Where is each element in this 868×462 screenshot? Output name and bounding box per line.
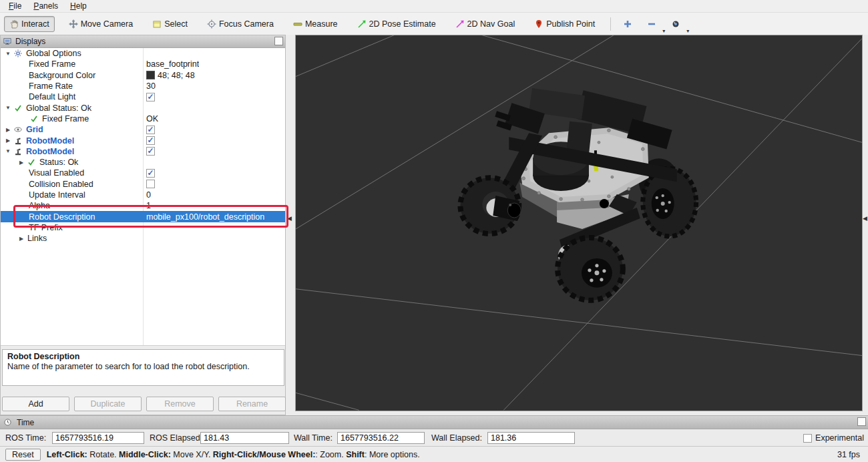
tree-label-cell: Robot Description bbox=[1, 212, 143, 222]
tree-row-value[interactable]: base_footprint bbox=[146, 59, 199, 69]
tree-row-grid[interactable]: ▶Grid bbox=[1, 124, 285, 135]
tree-row-robotmodel[interactable]: ▼RobotModel bbox=[1, 146, 285, 157]
tool-2d-nav-goal[interactable]: 2D Nav Goal bbox=[450, 16, 521, 32]
tool-interact[interactable]: Interact bbox=[4, 16, 55, 32]
help-segment: Left-Click: bbox=[47, 450, 87, 459]
ros-time-input[interactable] bbox=[52, 432, 144, 444]
tool-measure[interactable]: Measure bbox=[288, 16, 343, 32]
tree-row-fixed-frame[interactable]: Fixed FrameOK bbox=[1, 113, 285, 124]
tree-row-alpha[interactable]: Alpha1 bbox=[1, 200, 285, 211]
row-checkbox[interactable] bbox=[146, 136, 155, 145]
experimental-checkbox[interactable] bbox=[803, 434, 812, 443]
tree-row-frame-rate[interactable]: Frame Rate30 bbox=[1, 81, 285, 91]
splitter-collapse-icon[interactable]: ◀ bbox=[287, 215, 292, 222]
expander-right-icon[interactable]: ▶ bbox=[18, 236, 25, 242]
mouse-help-text: Left-Click: Rotate. Middle-Click: Move X… bbox=[47, 450, 420, 459]
tree-row-label: Grid bbox=[26, 125, 43, 134]
zoom-out-button[interactable]: ▾ bbox=[643, 16, 660, 32]
tree-row-value[interactable]: 30 bbox=[146, 81, 156, 91]
reset-button[interactable]: Reset bbox=[5, 449, 41, 461]
row-checkbox[interactable] bbox=[146, 126, 155, 134]
tree-row-label: Alpha bbox=[29, 201, 50, 210]
tool-publish-point[interactable]: Publish Point bbox=[529, 16, 600, 32]
check-icon bbox=[27, 158, 37, 167]
tree-row-global-options[interactable]: ▼Global Options bbox=[1, 48, 285, 59]
tree-row-label: Global Status: Ok bbox=[26, 103, 91, 113]
tree-row-label: Update Interval bbox=[29, 190, 85, 200]
tree-row-value[interactable]: 48; 48; 48 bbox=[158, 71, 195, 80]
ros-elapsed-input[interactable] bbox=[200, 432, 289, 444]
zoom-in-button[interactable] bbox=[619, 16, 636, 32]
tree-row-background-color[interactable]: Background Color48; 48; 48 bbox=[1, 70, 285, 81]
tree-row-update-interval[interactable]: Update Interval0 bbox=[1, 190, 285, 200]
wall-time-input[interactable] bbox=[337, 432, 425, 444]
tree-row-collision-enabled[interactable]: Collision Enabled bbox=[1, 179, 285, 190]
right-splitter-collapse-icon[interactable]: ◀ bbox=[863, 215, 867, 222]
add-button[interactable]: Add bbox=[2, 397, 69, 411]
tool-focus-camera[interactable]: Focus Camera bbox=[202, 16, 279, 32]
tree-label-cell: Collision Enabled bbox=[1, 180, 143, 189]
wall-elapsed-input[interactable] bbox=[487, 432, 575, 444]
tree-row-fixed-frame[interactable]: Fixed Framebase_footprint bbox=[1, 59, 285, 69]
expander-right-icon[interactable]: ▶ bbox=[5, 138, 11, 144]
tree-row-value[interactable]: 0 bbox=[146, 190, 151, 200]
camera-eye-button[interactable]: ▾ bbox=[667, 16, 684, 32]
tree-row-label: Global Options bbox=[26, 49, 81, 58]
green-arrow-icon bbox=[357, 19, 367, 29]
displays-float-button[interactable] bbox=[274, 37, 283, 45]
row-checkbox[interactable] bbox=[146, 169, 155, 178]
tree-value-cell: base_footprint bbox=[143, 59, 199, 69]
tree-label-cell: Update Interval bbox=[1, 190, 143, 200]
tree-row-value[interactable]: OK bbox=[146, 114, 158, 124]
ros-elapsed-field: ROS Elapsed: bbox=[150, 432, 289, 444]
dropdown-caret-icon[interactable]: ▾ bbox=[662, 28, 665, 34]
tree-value-cell bbox=[143, 93, 155, 101]
color-swatch[interactable] bbox=[146, 71, 155, 79]
tree-row-label: Fixed Frame bbox=[29, 59, 75, 69]
tree-value-cell: 1 bbox=[143, 201, 151, 210]
row-checkbox[interactable] bbox=[146, 147, 155, 156]
wall-time-field: Wall Time: bbox=[294, 432, 425, 444]
help-segment: Move X/Y. bbox=[171, 450, 213, 459]
expander-right-icon[interactable]: ▶ bbox=[5, 127, 11, 133]
tree-row-robot-description[interactable]: Robot Descriptionmobile_px100/robot_desc… bbox=[1, 211, 285, 222]
tool-label: Focus Camera bbox=[219, 19, 274, 29]
tool-select[interactable]: Select bbox=[147, 16, 193, 32]
help-segment: Shift bbox=[346, 450, 365, 459]
row-checkbox[interactable] bbox=[146, 93, 155, 101]
tree-value-cell: mobile_px100/robot_description bbox=[143, 212, 264, 222]
tree-row-default-light[interactable]: Default Light bbox=[1, 91, 285, 102]
expander-down-icon[interactable]: ▼ bbox=[5, 105, 11, 111]
row-checkbox[interactable] bbox=[146, 180, 155, 188]
expander-down-icon[interactable]: ▼ bbox=[5, 51, 11, 57]
dropdown-caret-icon[interactable]: ▾ bbox=[686, 28, 689, 34]
panel-splitter[interactable]: ◀ bbox=[286, 35, 295, 415]
tree-label-cell: ▼RobotModel bbox=[1, 147, 143, 156]
map-pin-icon bbox=[534, 19, 544, 29]
expander-down-icon[interactable]: ▼ bbox=[5, 148, 11, 154]
tree-value-cell: 48; 48; 48 bbox=[143, 71, 195, 80]
tree-row-value[interactable]: mobile_px100/robot_description bbox=[146, 212, 264, 222]
menu-help[interactable]: Help bbox=[64, 1, 93, 11]
tree-row-label: TF Prefix bbox=[29, 223, 63, 232]
tool-move-camera[interactable]: Move Camera bbox=[63, 16, 139, 32]
menu-panels[interactable]: Panels bbox=[27, 1, 64, 11]
tree-row-status-ok[interactable]: ▶Status: Ok bbox=[1, 157, 285, 168]
main-area: Displays ▼Global OptionsFixed Framebase_… bbox=[0, 35, 868, 415]
help-segment: : Zoom. bbox=[315, 450, 346, 459]
3d-viewport[interactable] bbox=[295, 35, 863, 411]
tree-row-robotmodel[interactable]: ▶RobotModel bbox=[1, 135, 285, 146]
expander-right-icon[interactable]: ▶ bbox=[18, 160, 25, 166]
tool-2d-pose-estimate[interactable]: 2D Pose Estimate bbox=[352, 16, 441, 32]
time-float-button[interactable] bbox=[857, 417, 866, 426]
tree-row-value[interactable]: 1 bbox=[146, 201, 151, 210]
tree-row-tf-prefix[interactable]: TF Prefix bbox=[1, 222, 285, 233]
remove-button: Remove bbox=[146, 397, 214, 411]
menu-file[interactable]: File bbox=[3, 1, 27, 11]
right-panel-splitter[interactable]: ◀ bbox=[863, 35, 868, 415]
tree-label-cell: TF Prefix bbox=[1, 223, 143, 232]
tree-row-visual-enabled[interactable]: Visual Enabled bbox=[1, 168, 285, 178]
tree-row-links[interactable]: ▶Links bbox=[1, 233, 285, 244]
tree-row-global-status-ok[interactable]: ▼Global Status: Ok bbox=[1, 102, 285, 113]
tree-value-cell: 0 bbox=[143, 190, 151, 200]
